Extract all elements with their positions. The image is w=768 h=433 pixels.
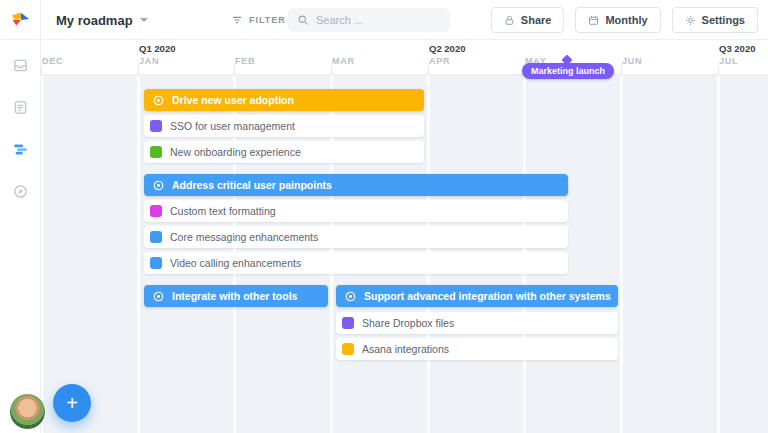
- share-button[interactable]: Share: [491, 7, 565, 33]
- month-gridline: [137, 75, 140, 433]
- month-label: JUL: [719, 56, 738, 66]
- target-icon: [344, 290, 357, 303]
- quarter-label: Q1 2020: [139, 43, 175, 54]
- add-item-button[interactable]: +: [53, 384, 91, 422]
- roadmap-bar[interactable]: Drive new user adoption: [144, 89, 424, 111]
- roadmap-item-card[interactable]: Video calling enhancements: [144, 252, 568, 274]
- item-color-bullet: [342, 343, 354, 355]
- roadmap-item-card[interactable]: Asana integrations: [336, 338, 618, 360]
- top-bar: My roadmap FILTER Share: [0, 0, 768, 40]
- month-tick: [234, 66, 235, 74]
- calendar-icon: [588, 15, 599, 26]
- search-input[interactable]: [316, 14, 426, 26]
- add-item-label: +: [66, 392, 78, 415]
- month-tick: [41, 66, 42, 74]
- monthly-button[interactable]: Monthly: [575, 7, 660, 33]
- month-tick: [718, 66, 719, 74]
- monthly-button-label: Monthly: [605, 14, 647, 26]
- item-color-bullet: [150, 120, 162, 132]
- month-label: JUN: [622, 56, 642, 66]
- roadmap-bar-label: Drive new user adoption: [172, 94, 294, 106]
- roadmap-item-label: Asana integrations: [362, 343, 449, 355]
- quarter-label: Q2 2020: [429, 43, 465, 54]
- filter-label: FILTER: [249, 15, 286, 25]
- month-label: DEC: [42, 56, 63, 66]
- milestone-label[interactable]: Marketing launch: [522, 63, 614, 79]
- month-gridline: [717, 75, 720, 433]
- roadmap-bar-label: Address critical user painpoints: [172, 179, 332, 191]
- roadmap-item-label: SSO for user management: [170, 120, 295, 132]
- gear-icon: [685, 15, 696, 26]
- roadmap-bar[interactable]: Support advanced integration with other …: [336, 285, 618, 307]
- app-logo[interactable]: [0, 0, 41, 40]
- roadmap-canvas: Drive new user adoptionSSO for user mana…: [41, 75, 768, 433]
- roadmap-item-card[interactable]: Core messaging enhancements: [144, 226, 568, 248]
- item-color-bullet: [150, 146, 162, 158]
- quarter-label: Q3 2020: [719, 43, 755, 54]
- search-icon: [297, 14, 309, 26]
- search-box[interactable]: [288, 8, 450, 32]
- filter-button[interactable]: FILTER: [231, 0, 286, 40]
- roadmap-bar-label: Integrate with other tools: [172, 290, 297, 302]
- month-gridline: [620, 75, 623, 433]
- sidebar-icons: [0, 40, 40, 200]
- lock-icon: [504, 15, 515, 26]
- roadmap-app: My roadmap FILTER Share: [0, 0, 768, 433]
- compass-icon[interactable]: [12, 183, 29, 200]
- roadmap-item-card[interactable]: Share Dropbox files: [336, 312, 618, 334]
- month-label: MAR: [332, 56, 355, 66]
- settings-button[interactable]: Settings: [672, 7, 758, 33]
- month-tick: [428, 66, 429, 74]
- inbox-icon[interactable]: [12, 57, 29, 74]
- item-color-bullet: [150, 205, 162, 217]
- left-sidebar: [0, 40, 41, 433]
- logo-icon: [9, 9, 31, 31]
- item-color-bullet: [342, 317, 354, 329]
- roadmap-item-label: Core messaging enhancements: [170, 231, 318, 243]
- user-avatar[interactable]: [9, 393, 46, 430]
- topbar-actions: Share Monthly Settings: [491, 7, 758, 33]
- roadmap-bar-label: Support advanced integration with other …: [364, 290, 611, 302]
- month-label: JAN: [139, 56, 159, 66]
- roadmap-item-label: New onboarding experience: [170, 146, 301, 158]
- target-icon: [152, 179, 165, 192]
- roadmap-item-label: Video calling enhancements: [170, 257, 301, 269]
- share-button-label: Share: [521, 14, 552, 26]
- roadmap-item-card[interactable]: Custom text formatting: [144, 200, 568, 222]
- roadmap-bar[interactable]: Address critical user painpoints: [144, 174, 568, 196]
- roadmap-bar[interactable]: Integrate with other tools: [144, 285, 328, 307]
- settings-button-label: Settings: [702, 14, 745, 26]
- roadmap-item-label: Custom text formatting: [170, 205, 276, 217]
- roadmap-item-card[interactable]: New onboarding experience: [144, 141, 424, 163]
- filter-icon: [231, 14, 243, 26]
- roadmap-item-card[interactable]: SSO for user management: [144, 115, 424, 137]
- roadmap-title[interactable]: My roadmap: [56, 0, 148, 40]
- month-label: APR: [429, 56, 450, 66]
- target-icon: [152, 94, 165, 107]
- target-icon: [152, 290, 165, 303]
- roadmap-item-label: Share Dropbox files: [362, 317, 454, 329]
- month-label: FEB: [235, 56, 255, 66]
- document-icon[interactable]: [12, 99, 29, 116]
- month-tick: [621, 66, 622, 74]
- chevron-down-icon: [140, 18, 148, 22]
- month-tick: [331, 66, 332, 74]
- item-color-bullet: [150, 231, 162, 243]
- month-tick: [138, 66, 139, 74]
- item-color-bullet: [150, 257, 162, 269]
- timeline-header: DECQ1 2020JANFEBMARQ2 2020APRMAYJUNQ3 20…: [41, 40, 768, 75]
- timeline-icon[interactable]: [12, 141, 29, 158]
- roadmap-title-label: My roadmap: [56, 13, 133, 28]
